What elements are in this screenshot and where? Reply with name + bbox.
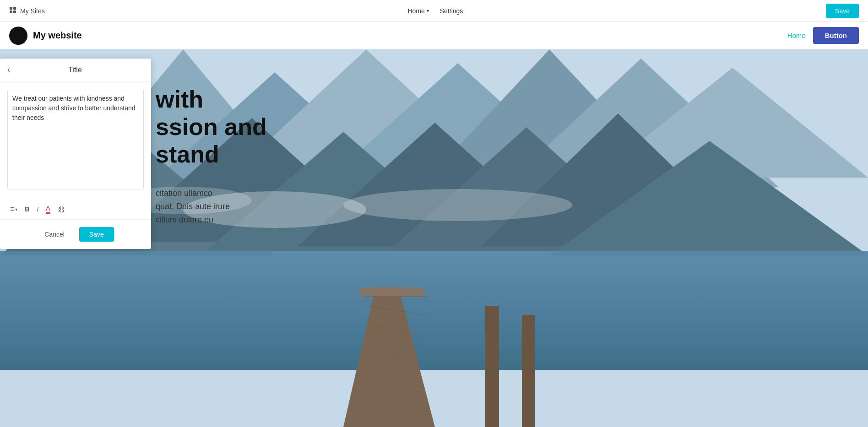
svg-rect-3 bbox=[13, 11, 16, 13]
home-nav-label: Home bbox=[407, 7, 424, 15]
panel-footer: Cancel Save bbox=[0, 219, 151, 249]
svg-rect-29 bbox=[522, 315, 535, 427]
hero-sub3: cillum dolore eu bbox=[156, 213, 230, 227]
align-chevron: ▾ bbox=[15, 207, 17, 212]
panel-back-button[interactable]: ‹ bbox=[7, 65, 10, 75]
svg-rect-0 bbox=[10, 7, 12, 10]
cancel-button[interactable]: Cancel bbox=[37, 227, 72, 242]
svg-rect-2 bbox=[10, 11, 12, 13]
svg-rect-1 bbox=[13, 7, 16, 10]
chevron-down-icon: ▾ bbox=[427, 8, 429, 13]
hero-sub1: citation ullamco bbox=[156, 187, 230, 200]
svg-rect-22 bbox=[359, 287, 423, 297]
top-nav: My Sites Home ▾ Settings Save bbox=[0, 0, 868, 22]
grid-icon bbox=[9, 6, 16, 15]
site-logo: My website bbox=[9, 27, 82, 45]
settings-nav-item[interactable]: Settings bbox=[440, 7, 463, 15]
italic-button[interactable]: I bbox=[34, 204, 41, 215]
align-button[interactable]: ≡ ▾ bbox=[7, 203, 20, 215]
hero-subtext: citation ullamco quat. Duis aute irure c… bbox=[156, 187, 230, 226]
home-nav-item[interactable]: Home ▾ bbox=[407, 7, 429, 15]
svg-rect-20 bbox=[0, 251, 868, 370]
my-sites-link[interactable]: My Sites bbox=[9, 6, 45, 15]
site-header: My website Home Button bbox=[0, 22, 868, 49]
settings-nav-label: Settings bbox=[440, 7, 463, 15]
bold-button[interactable]: B bbox=[22, 204, 32, 215]
edit-panel: ‹ Title ≡ ▾ B I A ⛓ Cancel Save bbox=[0, 59, 151, 249]
panel-title: Title bbox=[17, 66, 133, 74]
link-button[interactable]: ⛓ bbox=[55, 204, 67, 215]
hero-line3: stand bbox=[156, 141, 267, 168]
panel-textarea[interactable] bbox=[7, 89, 144, 189]
hero-line2: ssion and bbox=[156, 114, 267, 141]
center-nav: Home ▾ Settings bbox=[407, 7, 463, 15]
panel-toolbar: ≡ ▾ B I A ⛓ bbox=[0, 199, 151, 219]
site-header-right: Home Button bbox=[787, 27, 859, 44]
top-save-button[interactable]: Save bbox=[826, 4, 859, 18]
panel-body bbox=[0, 81, 151, 199]
my-sites-label: My Sites bbox=[20, 7, 45, 15]
hero-line1: with bbox=[156, 86, 267, 114]
hero-sub2: quat. Duis aute irure bbox=[156, 200, 230, 213]
panel-save-button[interactable]: Save bbox=[79, 227, 114, 242]
logo-circle bbox=[9, 27, 27, 45]
header-button[interactable]: Button bbox=[813, 27, 859, 44]
hero-text: with ssion and stand bbox=[156, 86, 267, 168]
panel-header: ‹ Title bbox=[0, 59, 151, 81]
site-name: My website bbox=[33, 30, 82, 41]
text-color-button[interactable]: A bbox=[43, 203, 53, 216]
text-color-icon: A bbox=[46, 205, 50, 214]
header-home-link[interactable]: Home bbox=[787, 32, 806, 39]
main-area: with ssion and stand citation ullamco qu… bbox=[0, 49, 868, 427]
align-icon: ≡ bbox=[10, 205, 14, 213]
svg-rect-28 bbox=[485, 306, 499, 427]
link-icon: ⛓ bbox=[58, 205, 65, 213]
svg-point-31 bbox=[343, 189, 572, 221]
